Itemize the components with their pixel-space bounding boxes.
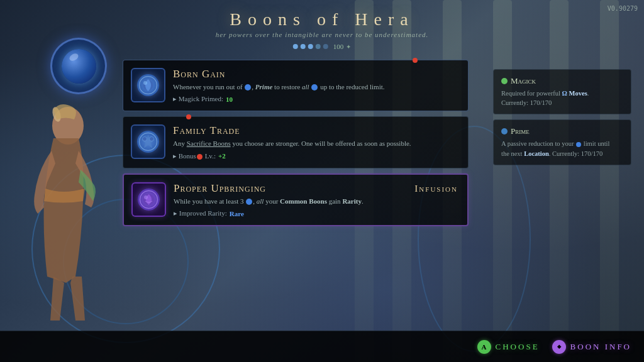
svg-point-6 (143, 137, 147, 141)
accent-dot (413, 58, 418, 63)
boon-card-proper-upbringing[interactable]: Proper Upbringing Infusion While you hav… (123, 173, 469, 226)
info-card-prime-text: A passive reduction to your limit untilt… (501, 139, 623, 158)
magick-dot-icon (501, 78, 508, 84)
choose-button[interactable]: A CHOOSE (477, 340, 540, 354)
hera-orb (62, 49, 96, 84)
progress-dot (301, 44, 306, 49)
info-card-prime-title: Prime (501, 126, 623, 136)
svg-point-0 (52, 107, 84, 145)
proper-upbringing-stat: ▸ Improved Rarity: Rare (174, 209, 460, 217)
born-gain-symbol (137, 74, 159, 96)
choose-btn-label: CHOOSE (496, 342, 540, 352)
family-trade-stat-value: +2 (218, 152, 226, 160)
svg-point-4 (143, 81, 147, 85)
info-panel: Magick Required for powerful Ω Moves. Cu… (493, 69, 631, 165)
bottom-bar: A CHOOSE ◆ BOON INFO (0, 331, 644, 362)
proper-upbringing-content: Proper Upbringing Infusion While you hav… (174, 182, 460, 217)
proper-upbringing-symbol (138, 189, 160, 211)
magick-icon (311, 84, 318, 90)
character-portrait (0, 31, 126, 333)
family-trade-stat: ▸ Bonus Lv.: +2 (173, 152, 460, 160)
choose-btn-icon: A (477, 340, 491, 354)
bg-col (600, 0, 619, 362)
family-trade-svg (137, 131, 159, 153)
progress-dot (323, 44, 328, 49)
born-gain-stat-label: ▸ Magick Primed: (173, 95, 223, 103)
family-trade-title: Family Trade (173, 124, 460, 137)
boon-info-btn-icon: ◆ (552, 340, 566, 354)
svg-point-9 (143, 194, 155, 205)
bg-col (550, 0, 569, 362)
prime-dot-icon (501, 128, 508, 134)
svg-point-8 (140, 190, 158, 208)
accent-dot (186, 114, 191, 119)
proper-upbringing-stat-label: ▸ Improved Rarity: (174, 209, 227, 217)
magick-icon (246, 199, 252, 205)
info-card-prime: Prime A passive reduction to your limit … (493, 119, 631, 165)
page-title: Boons of Hera (0, 9, 644, 30)
proper-upbringing-svg (138, 189, 160, 211)
born-gain-icon (131, 68, 165, 102)
info-card-magick-text: Required for powerful Ω Moves. Currently… (501, 89, 623, 107)
boons-container: Born Gain Whenever you run out of , Prim… (123, 60, 469, 226)
character-body (25, 88, 107, 327)
born-gain-stat-value: 10 (226, 96, 233, 103)
born-gain-title: Born Gain (173, 68, 460, 80)
svg-point-1 (51, 106, 62, 123)
hera-circle-frame (50, 38, 107, 94)
born-gain-content: Born Gain Whenever you run out of , Prim… (173, 68, 460, 103)
family-trade-stat-label: ▸ Bonus Lv.: (173, 152, 216, 160)
progress-dot (308, 44, 313, 49)
svg-point-3 (143, 80, 153, 90)
born-gain-svg (137, 74, 159, 96)
proper-upbringing-stat-value: Rare (230, 210, 244, 217)
magick-icon (245, 84, 251, 90)
info-card-magick-title: Magick (501, 76, 623, 86)
boon-info-btn-label: BOON INFO (570, 342, 631, 352)
proper-upbringing-icon (131, 182, 166, 217)
svg-point-5 (140, 133, 157, 151)
svg-point-2 (140, 77, 157, 94)
infusion-label: Infusion (414, 184, 458, 194)
boon-card-family-trade[interactable]: Family Trade Any Sacrifice Boons you cho… (123, 116, 469, 168)
svg-point-7 (150, 137, 154, 141)
family-trade-desc: Any Sacrifice Boons you choose are stron… (173, 139, 460, 148)
red-icon (197, 154, 203, 160)
progress-dot (293, 44, 298, 49)
progress-value: 100 (333, 43, 344, 50)
boon-card-born-gain[interactable]: Born Gain Whenever you run out of , Prim… (123, 60, 469, 111)
bg-col (493, 0, 512, 362)
progress-bar: 100 ✦ (293, 43, 352, 50)
character-svg (25, 88, 107, 327)
family-trade-content: Family Trade Any Sacrifice Boons you cho… (173, 124, 460, 160)
born-gain-stat: ▸ Magick Primed: 10 (173, 95, 460, 103)
svg-point-10 (144, 195, 148, 199)
born-gain-desc: Whenever you run out of , Prime to resto… (173, 82, 460, 92)
info-card-magick: Magick Required for powerful Ω Moves. Cu… (493, 69, 631, 114)
magick-inline-icon (576, 142, 581, 147)
family-trade-symbol (137, 131, 159, 153)
progress-dot (316, 44, 321, 49)
family-trade-icon (131, 124, 165, 159)
boon-info-button[interactable]: ◆ BOON INFO (552, 340, 631, 354)
proper-upbringing-desc: While you have at least 3 , all your Com… (174, 197, 460, 206)
progress-icon: ✦ (346, 43, 351, 50)
